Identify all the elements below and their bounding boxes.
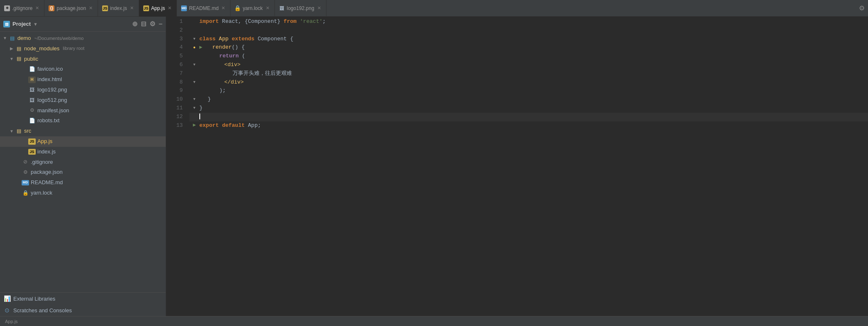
fold-icon-11[interactable]: ▼ [193,105,195,111]
tab-label-yarn-lock: yarn.lock [243,5,262,11]
tree-item-index-html[interactable]: H index.html [0,74,166,85]
line-num-13: 13 [169,121,183,130]
gutter-11: ▼ [189,105,199,111]
tree-item-robots[interactable]: 📄 robots.txt [0,116,166,126]
tab-yarn-lock[interactable]: 🔒 yarn.lock ✕ [230,0,275,17]
public-arrow: ▼ [8,56,15,62]
project-dropdown[interactable]: ▼ [33,22,38,27]
status-text: App.js [5,319,18,324]
tree-item-node-modules[interactable]: ▶ ▤ node_modules library root [0,44,166,54]
tree-item-src[interactable]: ▼ ▤ src [0,126,166,136]
tree-item-favicon[interactable]: 📄 favicon.ico [0,64,166,74]
code-line-12[interactable] [189,113,868,121]
fold-icon-10[interactable]: ▼ [193,96,195,102]
app-js-tree-icon: JS [28,138,36,144]
tab-readme-md[interactable]: MD README.md ✕ [177,0,230,17]
tab-bar: ✱ .gitignore ✕ {} package.json ✕ JS inde… [0,0,868,17]
sidebar: ▤ Project ▼ ⊕ ⊟ ⚙ − ▼ ▤ demo ~/Documents… [0,17,166,316]
index-html-icon: H [28,77,36,83]
code-line-5: return ( [189,52,868,61]
gutter-3: ▼ [189,36,199,42]
index-js-icon: JS [102,5,108,11]
tree-item-logo512[interactable]: 🖼 logo512.png [0,95,166,106]
minimize-icon[interactable]: − [159,20,162,28]
settings-icon[interactable]: ⚙ [859,4,865,12]
tab-label-app-js: App.js [151,5,165,11]
line-num-2: 2 [169,26,183,35]
yarn-lock-tree-icon: 🔒 [22,189,29,197]
external-libraries-item[interactable]: 📊 External Libraries [0,293,166,304]
code-line-1: import React, {Component} from 'react'; [189,17,868,26]
gitignore-tree-icon: ⊘ [22,158,29,166]
tree-item-gitignore[interactable]: ⊘ .gitignore [0,157,166,168]
logo192-icon: 🖼 [28,86,36,94]
readme-tree-icon: MD [22,180,29,185]
tab-close-package-json[interactable]: ✕ [88,5,93,11]
code-content[interactable]: 1 2 3 4 5 6 7 8 9 10 11 12 13 import Rea… [166,17,868,316]
tab-close-yarn-lock[interactable]: ✕ [265,5,270,11]
public-folder-icon: ▤ [15,55,22,63]
demo-badge: ~/Documents/web/demo [34,35,84,42]
code-line-7: 万事开头难，往后更艰难 [189,69,868,78]
demo-label: demo [17,34,31,43]
logo192-png-icon: 🖼 [279,5,285,11]
fold-icon-8[interactable]: ▼ [193,79,195,85]
line-num-8: 8 [169,78,183,87]
project-controls: ⊕ ⊟ ⚙ − [132,20,162,28]
tree-item-index-js[interactable]: JS index.js [0,147,166,157]
index-js-tree-icon: JS [28,149,36,155]
tree-item-manifest[interactable]: ⚙ manifest.json [0,106,166,116]
tree-item-public[interactable]: ▼ ▤ public [0,54,166,64]
tab-gitignore[interactable]: ✱ .gitignore ✕ [0,0,44,17]
run-arrow-13[interactable]: ▶ [193,121,196,129]
tab-close-logo192-png[interactable]: ✕ [316,5,322,11]
collapse-all-icon[interactable]: ⊟ [141,20,146,28]
tree-item-logo192[interactable]: 🖼 logo192.png [0,85,166,95]
tree-item-readme[interactable]: MD README.md [0,178,166,188]
editor-area[interactable]: 1 2 3 4 5 6 7 8 9 10 11 12 13 import Rea… [166,17,868,316]
logo192-label: logo192.png [37,86,67,94]
yarn-lock-tree-label: yarn.lock [31,189,52,198]
tab-close-index-js[interactable]: ✕ [129,5,135,11]
code-lines[interactable]: import React, {Component} from 'react'; … [186,17,868,316]
favicon-label: favicon.ico [37,65,63,74]
tab-label-readme-md: README.md [189,5,218,11]
fold-icon-3[interactable]: ▼ [193,36,195,42]
tab-close-readme-md[interactable]: ✕ [221,5,226,11]
demo-arrow: ▼ [2,35,8,42]
line-num-1: 1 [169,17,183,26]
fold-icon-6[interactable]: ▼ [193,62,195,68]
tab-label-gitignore: .gitignore [12,5,32,11]
tab-logo192-png[interactable]: 🖼 logo192.png ✕ [275,0,326,17]
tree-item-package-json[interactable]: ⚙ package.json [0,167,166,178]
tab-close-app-js[interactable]: ✕ [167,5,172,11]
tree-item-demo[interactable]: ▼ ▤ demo ~/Documents/web/demo [0,33,166,44]
tab-app-js[interactable]: JS App.js ✕ [139,0,177,17]
tab-index-js[interactable]: JS index.js ✕ [98,0,139,17]
tab-bar-controls: ⚙ [859,4,868,12]
robots-label: robots.txt [37,116,59,125]
tab-close-gitignore[interactable]: ✕ [34,5,40,11]
tree-item-yarn-lock[interactable]: 🔒 yarn.lock [0,188,166,198]
gutter-4: ● [189,44,199,51]
settings-gear-icon[interactable]: ⚙ [150,20,155,28]
project-title: Project [12,21,31,27]
locate-icon[interactable]: ⊕ [132,20,137,28]
line-num-11: 11 [169,104,183,113]
demo-folder-icon: ▤ [8,35,16,42]
code-line-6: ▼ <div> [189,61,868,69]
gutter-10: ▼ [189,96,199,102]
manifest-label: manifest.json [37,106,69,115]
index-html-label: index.html [37,75,62,84]
tab-label-package-json: package.json [56,5,86,11]
scratches-item[interactable]: ⊙ Scratches and Consoles [0,304,166,316]
readme-md-icon: MD [181,5,187,11]
tab-package-json[interactable]: {} package.json ✕ [44,0,98,17]
favicon-icon: 📄 [28,65,36,73]
gutter-8: ▼ [189,79,199,85]
run-arrow-4[interactable]: ▶ [199,44,202,52]
code-line-13: ▶ export default App; [189,121,868,130]
tree-item-app-js[interactable]: JS App.js [0,136,166,147]
src-folder-icon: ▤ [15,127,22,135]
bookmark-icon-4: ● [193,44,196,51]
